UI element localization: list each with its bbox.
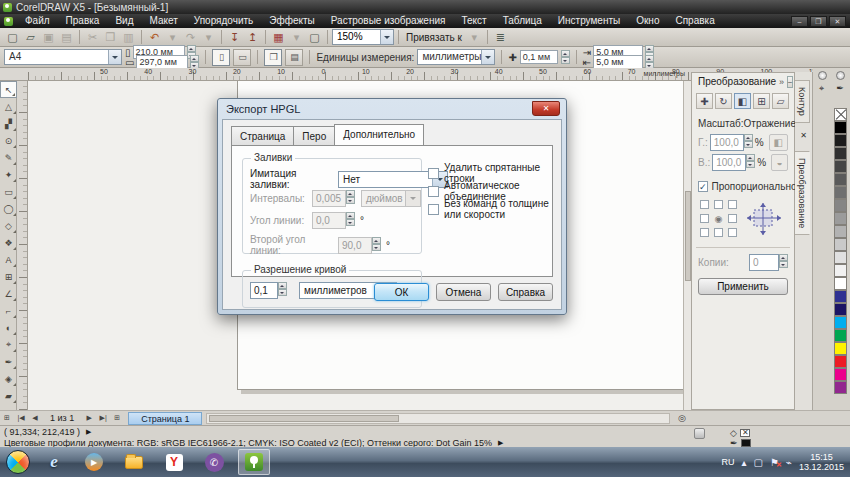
freehand-tool[interactable]: ✎ [0,149,17,166]
color-swatch[interactable] [834,355,847,368]
color-swatch[interactable] [834,225,847,238]
horizontal-scrollbar-thumb[interactable] [209,415,399,422]
tab-pen[interactable]: Перо [293,126,335,145]
chevron-down-icon[interactable] [481,50,494,64]
taskbar-yandex-icon[interactable]: Y [158,449,190,475]
line-angle-stepper[interactable] [346,212,355,226]
paintbrush-icon[interactable]: ✒ [836,83,844,94]
scale-mirror-button[interactable]: ◧ [734,93,751,109]
automatic-weld-checkbox[interactable] [428,186,439,197]
crop-tool[interactable]: ▞ [0,115,17,132]
anchor-bottom-left[interactable] [698,226,711,239]
second-angle-stepper[interactable] [372,237,381,251]
color-swatch[interactable] [834,264,847,277]
menu-layout[interactable]: Макет [141,14,185,28]
docker-tab-close-icon[interactable]: ✕ [797,131,810,143]
paper-height-stepper[interactable] [190,55,199,69]
page-tab[interactable]: Страница 1 [128,412,202,425]
table-tool[interactable]: ⊞ [0,268,17,285]
smart-fill-tool[interactable]: ✦ [0,166,17,183]
fill-tool[interactable]: ◈ [0,370,17,387]
mirror-vertical-button[interactable]: ◒ [771,154,788,171]
chevron-down-icon[interactable] [380,30,393,44]
color-swatch[interactable] [834,316,847,329]
status-expand-icon[interactable]: ▶ [86,428,91,436]
menu-file[interactable]: Файл [17,14,58,28]
color-swatch[interactable] [834,160,847,173]
zoom-level-combo[interactable]: 150% [332,29,394,45]
taskbar-ie-icon[interactable]: e [38,449,70,475]
anchor-bottom-right[interactable] [726,226,739,239]
fullscreen-preview-icon[interactable]: ▢ [306,29,323,45]
save-icon[interactable]: ▣ [40,29,57,45]
menu-text[interactable]: Текст [453,14,494,28]
skew-button[interactable]: ▱ [772,93,789,109]
tab-contour[interactable]: Контур [795,80,810,123]
vertical-scrollbar[interactable] [683,81,691,410]
color-swatch[interactable] [834,147,847,160]
options-icon[interactable]: ≣ [492,29,509,45]
tab-advanced[interactable]: Дополнительно [334,124,424,145]
last-page-icon[interactable]: ▶| [96,412,110,425]
size-button[interactable]: ⊞ [753,93,770,109]
taskbar-media-player-icon[interactable]: ▶ [78,449,110,475]
object-info-icon[interactable] [694,428,705,439]
color-swatch[interactable] [834,329,847,342]
proportional-checkbox[interactable]: ✓ [698,181,708,192]
color-swatch[interactable] [834,199,847,212]
interactive-fill-tool[interactable]: ▰ [0,387,17,404]
color-swatch[interactable] [834,212,847,225]
start-button[interactable] [6,450,30,474]
redo-icon[interactable]: ↷ [182,29,199,45]
color-swatch[interactable] [834,186,847,199]
interval-stepper[interactable] [346,190,355,204]
hidden-icons-arrow[interactable]: ▴ [741,457,746,468]
minimize-button[interactable]: – [791,16,808,27]
basic-shapes-tool[interactable]: ❖ [0,234,17,251]
ellipse-tool[interactable]: ◯ [0,200,17,217]
scale-v-field[interactable]: 100,0 [712,154,755,171]
add-page-icon[interactable]: ⊞ [110,412,124,425]
second-angle-field[interactable]: 90,0 [338,237,381,254]
nudge-field[interactable]: 0,1 мм [520,50,558,64]
safely-remove-icon[interactable]: ⌁ [786,457,792,468]
tab-transformation[interactable]: Преобразование [795,151,810,235]
cancel-button[interactable]: Отмена [436,283,491,301]
status-expand-icon[interactable]: ▶ [498,439,503,447]
blend-tool[interactable]: ◐ [0,319,17,336]
add-page-icon[interactable]: ⊞ [0,412,14,425]
open-icon[interactable]: ▱ [22,29,39,45]
language-indicator[interactable]: RU [721,457,734,467]
tab-page[interactable]: Страница [231,126,294,145]
color-swatch[interactable] [834,290,847,303]
nudge-stepper[interactable] [561,50,570,64]
rectangle-tool[interactable]: ▭ [0,183,17,200]
current-page-button[interactable]: ▤ [285,49,303,66]
print-icon[interactable]: ▤ [58,29,75,45]
zoom-tool[interactable]: ⊙ [0,132,17,149]
palette-option-button[interactable] [818,71,827,80]
apply-button[interactable]: Применить [698,278,788,295]
color-swatch[interactable] [834,238,847,251]
no-color-swatch[interactable] [834,108,847,121]
no-width-velocity-checkbox[interactable] [428,204,439,215]
snap-to-label[interactable]: Привязать к [403,32,465,43]
color-swatch[interactable] [834,251,847,264]
next-page-icon[interactable]: ▶ [82,412,96,425]
menu-tools[interactable]: Инструменты [550,14,628,28]
paper-size-combo[interactable]: A4 [4,49,122,65]
menu-window[interactable]: Окно [628,14,667,28]
cut-icon[interactable]: ✂ [84,29,101,45]
scale-h-stepper[interactable] [744,134,753,148]
scale-h-field[interactable]: 100,0 [710,134,753,151]
mirror-horizontal-button[interactable]: ◧ [769,134,788,151]
paste-icon[interactable]: ▥ [120,29,137,45]
close-button[interactable]: ✕ [829,16,846,27]
landscape-orientation-button[interactable]: ▭ [233,49,251,66]
anchor-bottom-center[interactable] [712,226,725,239]
duplicate-distance-y-field[interactable]: 5,0 мм [593,55,643,69]
export-icon[interactable]: ↥ [244,29,261,45]
undo-icon[interactable]: ↶ [146,29,163,45]
eyedropper-tool[interactable]: ⌖ [0,336,17,353]
color-swatch[interactable] [834,173,847,186]
